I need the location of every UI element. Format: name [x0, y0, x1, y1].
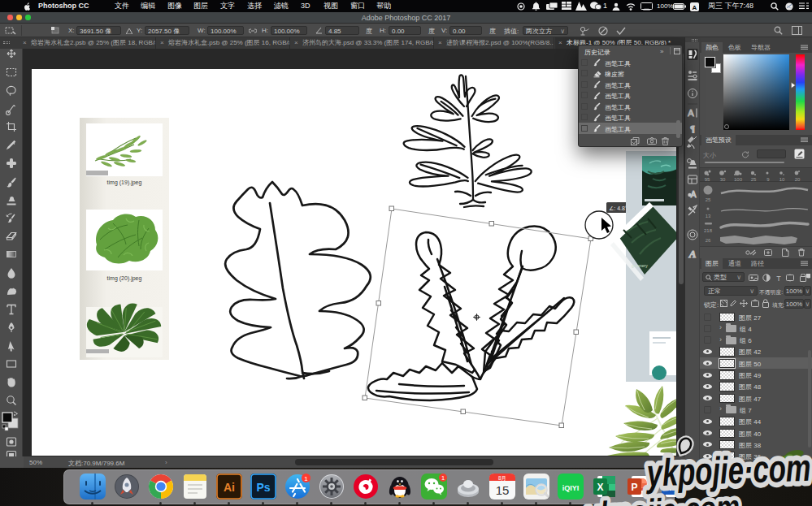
svg-text:8月: 8月	[498, 475, 506, 482]
svg-text:ykpojie·com: ykpojie·com	[645, 446, 811, 495]
svg-text:¶: ¶	[691, 123, 695, 133]
svg-text:Ps: Ps	[256, 481, 270, 494]
svg-text:1: 1	[441, 474, 445, 482]
svg-text:A: A	[688, 248, 697, 260]
svg-text:13: 13	[706, 214, 711, 218]
svg-text:A: A	[693, 3, 697, 11]
svg-text:15: 15	[496, 483, 510, 497]
svg-text:T: T	[776, 275, 781, 283]
svg-text:25: 25	[751, 177, 757, 182]
svg-text:A: A	[688, 108, 694, 118]
svg-text:greenery: greenery	[632, 263, 648, 268]
svg-text:95: 95	[705, 177, 710, 182]
svg-text:20: 20	[795, 177, 801, 182]
svg-text:A: A	[691, 190, 697, 199]
svg-text:9: 9	[766, 177, 770, 182]
svg-text:26: 26	[706, 238, 711, 243]
svg-text:Ai: Ai	[224, 481, 235, 494]
svg-text:100: 100	[734, 177, 743, 182]
svg-text:30: 30	[720, 177, 726, 182]
svg-text:25: 25	[706, 197, 711, 202]
svg-text:218: 218	[704, 228, 713, 233]
svg-text:1: 1	[304, 475, 308, 482]
svg-text:10: 10	[779, 177, 785, 182]
